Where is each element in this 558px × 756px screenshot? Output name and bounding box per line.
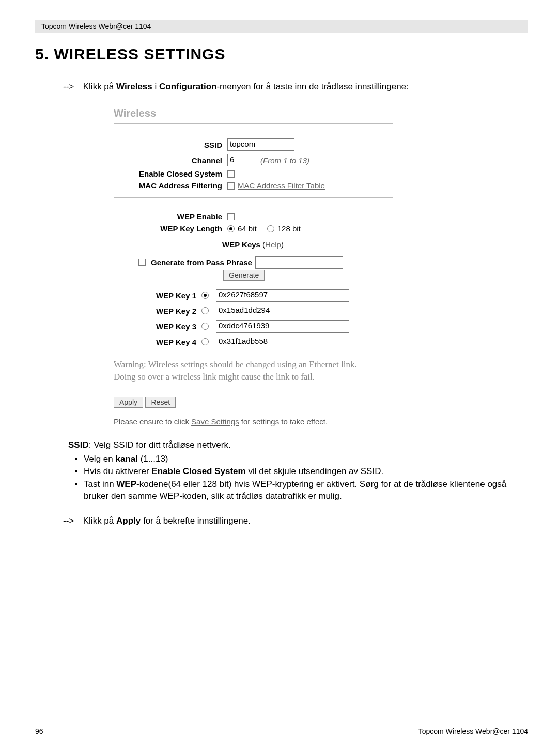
label-channel: Channel: [114, 156, 227, 165]
panel-heading: Wireless: [114, 107, 424, 119]
passphrase-input[interactable]: [255, 256, 343, 269]
reset-button[interactable]: Reset: [145, 397, 176, 408]
wep-enable-checkbox[interactable]: [227, 213, 235, 220]
save-settings-link[interactable]: Save Settings: [191, 417, 239, 426]
warning-text: Warning: Wireless settings should be cha…: [114, 358, 424, 383]
mac-filter-table-link[interactable]: MAC Address Filter Table: [238, 181, 325, 190]
arrow-icon: -->: [63, 82, 81, 92]
footer-product: Topcom Wireless Webr@cer 1104: [419, 727, 528, 735]
wep-64bit-label: 64 bit: [238, 224, 257, 233]
body-text: SSID: Velg SSID for ditt trådløse nettve…: [68, 439, 528, 503]
passphrase-checkbox[interactable]: [138, 259, 146, 266]
wireless-config-panel: Wireless SSID topcom Channel 6 (From 1 t…: [114, 107, 424, 426]
list-item: Hvis du aktiverer Enable Closed System v…: [84, 466, 528, 478]
closed-system-checkbox[interactable]: [227, 170, 235, 178]
label-closed-system: Enable Closed System: [114, 169, 227, 178]
wep-key-4-input[interactable]: 0x31f1adb558: [216, 336, 349, 348]
page-footer: 96 Topcom Wireless Webr@cer 1104: [35, 727, 528, 735]
label-wep-key-3: WEP Key 3: [114, 322, 202, 331]
ssid-input[interactable]: topcom: [227, 138, 295, 151]
wep-128bit-radio[interactable]: [267, 225, 274, 232]
label-wep-length: WEP Key Length: [114, 224, 227, 233]
generate-button[interactable]: Generate: [223, 270, 265, 281]
wep-key-3-radio[interactable]: [202, 323, 209, 330]
divider: [114, 197, 393, 198]
wep-keys-heading: WEP Keys (Help): [222, 240, 424, 249]
label-wep-enable: WEP Enable: [114, 212, 227, 221]
header-bar: Topcom Wireless Webr@cer 1104: [35, 20, 528, 33]
channel-hint: (From 1 to 13): [260, 156, 309, 165]
intro-line: --> Klikk på Wireless i Configuration-me…: [63, 82, 528, 92]
arrow-icon: -->: [63, 516, 81, 526]
list-item: Tast inn WEP-kodene(64 eller 128 bit) hv…: [84, 479, 528, 502]
section-title: WIRELESS SETTINGS: [54, 45, 225, 62]
wep-key-1-radio[interactable]: [202, 292, 209, 299]
wep-128bit-label: 128 bit: [277, 224, 301, 233]
save-settings-note: Please ensure to click Save Settings for…: [114, 417, 424, 426]
wep-key-2-input[interactable]: 0x15ad1dd294: [216, 305, 349, 317]
page-number: 96: [35, 727, 43, 735]
apply-button[interactable]: Apply: [114, 397, 143, 408]
wep-key-1-input[interactable]: 0x2627f68597: [216, 289, 349, 302]
wep-key-2-radio[interactable]: [202, 307, 209, 314]
channel-input[interactable]: 6: [227, 154, 254, 166]
label-passphrase: Generate from Pass Phrase: [151, 258, 252, 267]
mac-filter-checkbox[interactable]: [227, 182, 235, 190]
label-wep-key-1: WEP Key 1: [114, 291, 202, 300]
apply-instruction: --> Klikk på Apply for å bekrefte innsti…: [63, 516, 528, 526]
label-ssid: SSID: [114, 140, 227, 149]
divider: [114, 123, 393, 124]
wep-64bit-radio[interactable]: [227, 225, 235, 232]
wep-key-3-input[interactable]: 0xddc4761939: [216, 320, 349, 333]
section-number: 5.: [35, 45, 49, 62]
label-wep-key-4: WEP Key 4: [114, 338, 202, 346]
wep-help-link[interactable]: Help: [265, 240, 281, 249]
label-mac-filter: MAC Address Filtering: [114, 181, 227, 190]
label-wep-key-2: WEP Key 2: [114, 307, 202, 316]
list-item: Velg en kanal (1...13): [84, 453, 528, 465]
wep-key-4-radio[interactable]: [202, 338, 209, 345]
section-heading: 5. WIRELESS SETTINGS: [35, 45, 528, 63]
header-product: Topcom Wireless Webr@cer 1104: [41, 22, 151, 30]
